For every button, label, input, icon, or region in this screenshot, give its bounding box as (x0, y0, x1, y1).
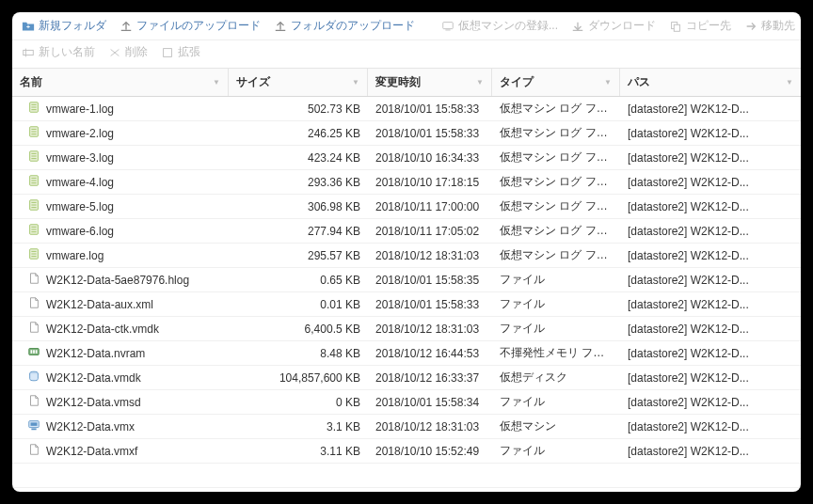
rename-button[interactable]: 新しい名前 (22, 44, 95, 60)
cell-size: 0.01 KB (229, 298, 368, 311)
cell-size: 306.98 KB (229, 200, 368, 213)
cell-date: 2018/10/01 15:58:33 (368, 298, 492, 311)
sort-icon: ▼ (352, 78, 359, 87)
table-row[interactable]: W2K12-Data-5ae87976.hlog0.65 KB2018/10/0… (12, 268, 801, 292)
file-name: vmware-1.log (46, 102, 114, 116)
table-row[interactable]: vmware.log295.57 KB2018/10/12 18:31:03仮想… (12, 244, 801, 268)
svg-rect-8 (164, 48, 172, 56)
copy-to-button[interactable]: コピー先 (669, 18, 731, 34)
cell-name: W2K12-Data-ctk.vmdk (12, 321, 229, 337)
arrow-right-icon (744, 20, 757, 33)
file-icon (27, 247, 40, 263)
column-header-size[interactable]: サイズ▼ (229, 69, 368, 96)
cell-name: W2K12-Data-5ae87976.hlog (12, 272, 229, 288)
cell-date: 2018/10/01 15:58:33 (368, 127, 492, 140)
file-name: vmware-3.log (46, 151, 114, 165)
file-name: W2K12-Data.nvram (46, 347, 145, 360)
cell-name: W2K12-Data.vmsd (12, 394, 229, 410)
file-name: W2K12-Data.vmsd (46, 396, 141, 409)
cell-type: 仮想マシン ログ ファ... (492, 125, 620, 141)
file-icon (27, 101, 40, 117)
delete-button[interactable]: 削除 (108, 44, 148, 60)
upload-folder-icon (274, 20, 287, 33)
table-row[interactable]: W2K12-Data.nvram8.48 KB2018/10/12 16:44:… (12, 341, 801, 366)
file-name: W2K12-Data.vmxf (46, 445, 137, 458)
cell-type: 仮想マシン ログ ファ... (492, 101, 620, 117)
cell-date: 2018/10/01 15:58:34 (368, 396, 492, 409)
cell-name: W2K12-Data.nvram (12, 345, 229, 361)
cell-size: 295.57 KB (229, 249, 368, 262)
sort-icon: ▼ (786, 78, 793, 87)
upload-folder-button[interactable]: フォルダのアップロード (274, 18, 415, 34)
table-row[interactable]: W2K12-Data.vmxf3.11 KB2018/10/10 15:52:4… (12, 439, 801, 464)
cell-type: ファイル (492, 321, 620, 337)
cell-name: vmware-6.log (12, 223, 229, 239)
table-body: vmware-1.log502.73 KB2018/10/01 15:58:33… (12, 97, 801, 492)
cell-date: 2018/10/11 17:00:00 (368, 200, 492, 213)
cell-date: 2018/10/12 16:44:53 (368, 347, 492, 360)
table-row[interactable]: vmware-5.log306.98 KB2018/10/11 17:00:00… (12, 195, 801, 219)
cell-size: 3.11 KB (229, 445, 368, 458)
download-button[interactable]: ダウンロード (571, 18, 656, 34)
cell-date: 2018/10/01 15:58:33 (368, 102, 492, 116)
table-row[interactable]: vmware-4.log293.36 KB2018/10/10 17:18:15… (12, 170, 801, 195)
table-row[interactable]: vmware-3.log423.24 KB2018/10/10 16:34:33… (12, 146, 801, 170)
table-row[interactable]: W2K12-Data.vmx3.1 KB2018/10/12 18:31:03仮… (12, 415, 801, 439)
cell-name: vmware-4.log (12, 174, 229, 190)
new-folder-button[interactable]: 新規フォルダ (22, 18, 106, 34)
cell-path: [datastore2] W2K12-D... (620, 347, 801, 360)
register-vm-button[interactable]: 仮想マシンの登録... (441, 18, 558, 34)
upload-folder-label: フォルダのアップロード (291, 18, 415, 34)
svg-rect-3 (445, 29, 450, 30)
cell-size: 0 KB (229, 396, 368, 409)
cell-name: vmware-1.log (12, 101, 229, 117)
file-name: W2K12-Data-aux.xml (46, 298, 153, 311)
table-row[interactable]: W2K12-Data.vmdk104,857,600 KB2018/10/12 … (12, 366, 801, 390)
table-row[interactable]: vmware-2.log246.25 KB2018/10/01 15:58:33… (12, 121, 801, 146)
svg-rect-40 (36, 350, 38, 354)
cell-name: W2K12-Data.vmdk (12, 370, 229, 386)
upload-file-button[interactable]: ファイルのアップロード (120, 18, 261, 34)
table-row[interactable]: vmware-6.log277.94 KB2018/10/11 17:05:02… (12, 219, 801, 244)
move-to-button[interactable]: 移動先 (744, 18, 795, 34)
column-header-name[interactable]: 名前▼ (12, 69, 229, 96)
vm-icon (441, 20, 454, 33)
cell-size: 104,857,600 KB (229, 371, 368, 385)
expand-button[interactable]: 拡張 (161, 44, 200, 60)
cell-path: [datastore2] W2K12-D... (620, 445, 801, 458)
cell-name: vmware-2.log (12, 125, 229, 141)
cell-size: 423.24 KB (229, 151, 368, 165)
cell-date: 2018/10/12 18:31:03 (368, 249, 492, 262)
file-name: W2K12-Data.vmdk (46, 371, 141, 385)
register-vm-label: 仮想マシンの登録... (458, 18, 558, 34)
column-header-modified[interactable]: 変更時刻▼ (368, 69, 492, 96)
cell-path: [datastore2] W2K12-D... (620, 151, 801, 165)
table-row[interactable]: W2K12-Data-aux.xml0.01 KB2018/10/01 15:5… (12, 292, 801, 317)
cell-type: 仮想マシン ログ ファ... (492, 198, 620, 214)
delete-label: 削除 (125, 44, 148, 60)
svg-rect-1 (28, 24, 29, 28)
cell-type: 不揮発性メモリ ファ... (492, 345, 620, 361)
cell-date: 2018/10/10 17:18:15 (368, 176, 492, 189)
download-label: ダウンロード (588, 18, 656, 34)
table-row-empty (12, 464, 801, 488)
cell-date: 2018/10/12 18:31:03 (368, 323, 492, 336)
cell-path: [datastore2] W2K12-D... (620, 323, 801, 336)
file-icon (27, 198, 40, 214)
toolbar-row-2: 新しい名前 削除 拡張 (12, 40, 801, 69)
column-header-type[interactable]: タイプ▼ (492, 69, 620, 96)
cell-path: [datastore2] W2K12-D... (620, 274, 801, 287)
table-row[interactable]: W2K12-Data.vmsd0 KB2018/10/01 15:58:34ファ… (12, 390, 801, 415)
table-row[interactable]: vmware-1.log502.73 KB2018/10/01 15:58:33… (12, 97, 801, 121)
svg-rect-6 (24, 50, 34, 55)
table-row[interactable]: W2K12-Data-ctk.vmdk6,400.5 KB2018/10/12 … (12, 317, 801, 341)
file-name: vmware-5.log (46, 200, 114, 213)
file-icon (27, 296, 40, 312)
cell-type: ファイル (492, 394, 620, 410)
cell-type: ファイル (492, 296, 620, 312)
new-folder-label: 新規フォルダ (39, 18, 106, 34)
cell-path: [datastore2] W2K12-D... (620, 298, 801, 311)
column-header-path[interactable]: パス▼ (620, 69, 801, 96)
file-icon (27, 418, 40, 434)
cell-type: 仮想ディスク (492, 370, 620, 386)
